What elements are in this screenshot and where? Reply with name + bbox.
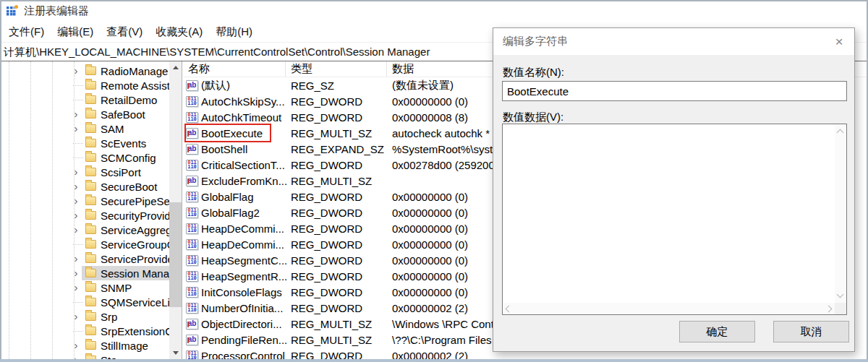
value-type: REG_SZ [286,79,387,92]
value-name: PendingFileRen... [201,334,287,346]
column-header-type[interactable]: 类型 [286,61,387,77]
chevron-right-icon[interactable]: › [75,340,78,350]
chevron-right-icon[interactable]: › [75,283,78,293]
tree-item[interactable]: RetailDemo [0,92,170,107]
scroll-down-arrow-icon[interactable] [169,347,182,359]
value-name-input[interactable] [502,81,847,101]
chevron-right-icon[interactable]: › [75,109,78,119]
scroll-up-arrow-icon[interactable] [169,61,182,74]
textarea-horizontal-scrollbar[interactable] [503,303,835,314]
chevron-right-icon[interactable]: › [75,167,78,177]
chevron-right-icon[interactable]: › [75,268,78,278]
tree-item[interactable]: › SNMP [0,280,170,295]
value-type-icon: 011110 [186,207,198,218]
tree-item[interactable]: › RadioManage [0,64,170,78]
tree-item[interactable]: › SAM [0,121,170,136]
tree-item-label: RadioManage [101,65,169,77]
menu-item[interactable]: 收藏夹(A) [149,22,209,42]
cancel-button[interactable]: 取消 [773,321,849,342]
close-icon[interactable]: × [830,33,848,51]
value-type-icon: ab [186,335,198,345]
value-name: AutoChkSkipSy... [201,95,285,108]
menu-item-label: 文件(F) [9,25,44,39]
value-name: HeapDeCommi... [201,238,284,251]
folder-icon [85,269,96,277]
tree-item[interactable]: › StillImage [0,338,170,353]
tree-item[interactable]: › ScsiPort [0,165,170,179]
folder-icon [85,153,96,162]
tree-item[interactable]: › ServiceProvide [0,251,170,266]
registry-editor-window: 注册表编辑器 文件(F)编辑(E)查看(V)收藏夹(A)帮助(H) 计算机\HK… [0,0,868,362]
tree-item-label: RetailDemo [101,94,158,106]
value-type-icon: 011110 [186,96,198,107]
chevron-right-icon[interactable]: › [75,225,78,235]
tree-item[interactable]: › Srp [0,309,170,324]
window-border-left [0,0,1,362]
tree-item[interactable]: ScEvents [0,136,170,150]
dialog-button-row: 确定 取消 [493,321,854,342]
ok-button[interactable]: 确定 [679,321,755,342]
scroll-up-arrow-icon[interactable] [837,129,844,137]
scroll-down-arrow-icon[interactable] [837,291,844,298]
menu-item[interactable]: 编辑(E) [51,22,100,42]
tree-scrollbar[interactable] [169,61,182,359]
value-name: AutoChkTimeout [201,111,281,124]
tree-item[interactable]: › Sto [0,353,170,359]
tree-item[interactable]: Remote Assist [0,78,170,92]
menu-item[interactable]: 帮助(H) [209,22,259,42]
folder-icon [85,197,96,205]
chevron-right-icon[interactable]: › [75,124,78,134]
tree-item-label: ServiceAggreg [101,224,170,236]
folder-icon [85,124,96,133]
value-type-icon: 011110 [186,350,198,360]
tree-item[interactable]: › ServiceAggreg [0,223,170,237]
tree-item[interactable]: › SecureBoot [0,179,170,194]
value-type: REG_DWORD [286,207,387,219]
scroll-right-arrow-icon[interactable] [825,305,833,312]
menu-item-label: 帮助(H) [216,25,252,39]
value-name: InitConsoleFlags [201,286,282,298]
column-header-name[interactable]: 名称 [183,61,286,77]
chevron-right-icon[interactable]: › [75,210,78,220]
folder-icon [85,168,96,176]
tree-item[interactable]: › Session Mana [0,266,170,280]
textarea-vertical-scrollbar[interactable] [835,124,846,303]
menu-item[interactable]: 查看(V) [100,22,149,42]
folder-icon [85,341,96,350]
chevron-right-icon[interactable]: › [75,66,78,76]
value-type: REG_MULTI_SZ [286,127,387,139]
folder-icon [85,283,96,292]
value-type: REG_DWORD [286,111,387,124]
menu-item[interactable]: 文件(F) [2,22,51,42]
tree-item[interactable]: SCMConfig [0,150,170,165]
value-data-textarea[interactable] [502,124,847,315]
value-name: BootExecute [201,127,263,139]
scrollbar-thumb[interactable] [169,202,182,307]
value-type-icon: ab [186,319,198,329]
value-type: REG_DWORD [286,254,387,267]
tree-item[interactable]: › SecurityProvid [0,208,170,223]
tree-item-label: Sto [101,354,119,360]
value-type-icon: 011110 [186,112,198,123]
key-tree-panel: › RadioManage Remote Assist RetailDemo ›… [0,61,182,359]
tree-item-label: SafeBoot [101,108,147,121]
scrollbar-corner [835,303,846,314]
chevron-right-icon[interactable]: › [75,181,78,191]
value-type: REG_DWORD [286,238,387,251]
tree-item[interactable]: ServiceGroupO [0,237,170,251]
window-title: 注册表编辑器 [24,4,89,18]
folder-icon [85,225,96,234]
chevron-right-icon[interactable]: › [75,196,78,206]
value-name: NumberOfInitia... [201,302,283,314]
tree-item[interactable]: SrpExtensionC [0,324,170,338]
window-border-bottom[interactable] [0,359,868,362]
chevron-right-icon[interactable]: › [75,254,78,264]
tree-item-label: SrpExtensionC [101,325,170,337]
tree-item[interactable]: › SafeBoot [0,107,170,121]
tree-item-label: SecureBoot [101,181,158,193]
chevron-right-icon[interactable]: › [75,311,78,322]
scroll-left-arrow-icon[interactable] [506,305,513,312]
tree-item[interactable]: › SecurePipeSer [0,194,170,208]
value-type: REG_EXPAND_SZ [286,143,387,155]
tree-item[interactable]: SQMServiceLi [0,295,170,309]
